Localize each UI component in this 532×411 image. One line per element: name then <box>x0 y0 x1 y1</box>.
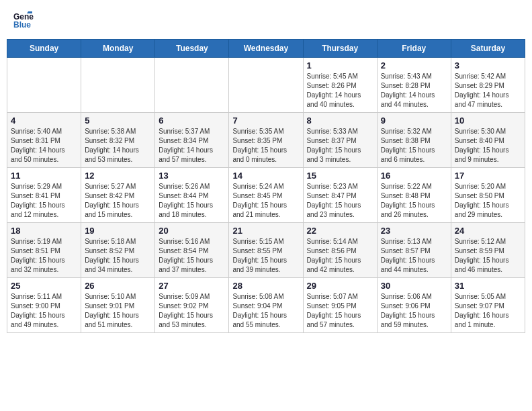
day-number: 13 <box>159 171 225 181</box>
day-number: 28 <box>232 281 299 291</box>
day-number: 4 <box>11 116 77 126</box>
calendar-cell: 25Sunrise: 5:11 AMSunset: 9:00 PMDayligh… <box>7 278 81 333</box>
day-info: Sunrise: 5:45 AMSunset: 8:26 PMDaylight:… <box>307 72 373 109</box>
day-info: Sunrise: 5:15 AMSunset: 8:55 PMDaylight:… <box>232 237 299 275</box>
day-number: 17 <box>455 171 521 181</box>
day-number: 16 <box>381 171 447 181</box>
day-number: 10 <box>455 116 521 126</box>
day-info: Sunrise: 5:22 AMSunset: 8:48 PMDaylight:… <box>381 182 447 220</box>
day-info: Sunrise: 5:24 AMSunset: 8:45 PMDaylight:… <box>232 182 299 220</box>
day-info: Sunrise: 5:35 AMSunset: 8:35 PMDaylight:… <box>232 127 299 165</box>
calendar-cell: 26Sunrise: 5:10 AMSunset: 9:01 PMDayligh… <box>81 278 155 333</box>
calendar-cell: 11Sunrise: 5:29 AMSunset: 8:41 PMDayligh… <box>7 168 81 223</box>
day-number: 7 <box>232 116 299 126</box>
weekday-header-thursday: Thursday <box>303 40 377 58</box>
day-info: Sunrise: 5:13 AMSunset: 8:57 PMDaylight:… <box>381 237 447 275</box>
logo-icon: General Blue <box>13 10 34 30</box>
day-info: Sunrise: 5:06 AMSunset: 9:06 PMDaylight:… <box>381 292 447 330</box>
calendar-cell: 30Sunrise: 5:06 AMSunset: 9:06 PMDayligh… <box>377 278 451 333</box>
calendar-cell: 5Sunrise: 5:38 AMSunset: 8:32 PMDaylight… <box>81 113 155 168</box>
day-info: Sunrise: 5:30 AMSunset: 8:40 PMDaylight:… <box>455 127 521 165</box>
calendar-cell: 24Sunrise: 5:12 AMSunset: 8:59 PMDayligh… <box>451 223 525 278</box>
day-number: 26 <box>85 281 151 291</box>
calendar-cell: 20Sunrise: 5:16 AMSunset: 8:54 PMDayligh… <box>155 223 229 278</box>
calendar-cell: 17Sunrise: 5:20 AMSunset: 8:50 PMDayligh… <box>451 168 525 223</box>
day-info: Sunrise: 5:20 AMSunset: 8:50 PMDaylight:… <box>455 182 521 220</box>
calendar-cell <box>229 58 303 113</box>
day-info: Sunrise: 5:27 AMSunset: 8:42 PMDaylight:… <box>85 182 151 220</box>
day-info: Sunrise: 5:23 AMSunset: 8:47 PMDaylight:… <box>307 182 373 220</box>
day-number: 3 <box>455 60 521 71</box>
calendar-table: SundayMondayTuesdayWednesdayThursdayFrid… <box>7 39 525 333</box>
calendar-cell: 4Sunrise: 5:40 AMSunset: 8:31 PMDaylight… <box>7 113 81 168</box>
calendar-cell: 10Sunrise: 5:30 AMSunset: 8:40 PMDayligh… <box>451 113 525 168</box>
day-info: Sunrise: 5:40 AMSunset: 8:31 PMDaylight:… <box>11 127 77 165</box>
day-number: 11 <box>11 171 77 181</box>
weekday-header-row: SundayMondayTuesdayWednesdayThursdayFrid… <box>7 40 525 58</box>
day-number: 14 <box>232 171 299 181</box>
calendar-cell: 7Sunrise: 5:35 AMSunset: 8:35 PMDaylight… <box>229 113 303 168</box>
day-info: Sunrise: 5:19 AMSunset: 8:51 PMDaylight:… <box>11 237 77 275</box>
day-info: Sunrise: 5:26 AMSunset: 8:44 PMDaylight:… <box>159 182 225 220</box>
day-info: Sunrise: 5:32 AMSunset: 8:38 PMDaylight:… <box>381 127 447 165</box>
day-info: Sunrise: 5:37 AMSunset: 8:34 PMDaylight:… <box>159 127 225 165</box>
calendar-cell: 1Sunrise: 5:45 AMSunset: 8:26 PMDaylight… <box>303 58 377 113</box>
page-header: General Blue <box>7 7 525 34</box>
day-info: Sunrise: 5:29 AMSunset: 8:41 PMDaylight:… <box>11 182 77 220</box>
day-info: Sunrise: 5:38 AMSunset: 8:32 PMDaylight:… <box>85 127 151 165</box>
day-info: Sunrise: 5:42 AMSunset: 8:29 PMDaylight:… <box>455 72 521 109</box>
weekday-header-sunday: Sunday <box>7 40 81 58</box>
calendar-cell: 2Sunrise: 5:43 AMSunset: 8:28 PMDaylight… <box>377 58 451 113</box>
day-number: 1 <box>307 60 373 71</box>
calendar-cell: 18Sunrise: 5:19 AMSunset: 8:51 PMDayligh… <box>7 223 81 278</box>
calendar-cell: 22Sunrise: 5:14 AMSunset: 8:56 PMDayligh… <box>303 223 377 278</box>
day-number: 21 <box>232 226 299 236</box>
day-number: 23 <box>381 226 447 236</box>
weekday-header-saturday: Saturday <box>451 40 525 58</box>
calendar-week-row: 4Sunrise: 5:40 AMSunset: 8:31 PMDaylight… <box>7 113 525 168</box>
calendar-cell: 3Sunrise: 5:42 AMSunset: 8:29 PMDaylight… <box>451 58 525 113</box>
day-number: 30 <box>381 281 447 291</box>
calendar-cell: 31Sunrise: 5:05 AMSunset: 9:07 PMDayligh… <box>451 278 525 333</box>
day-number: 6 <box>159 116 225 126</box>
day-number: 9 <box>381 116 447 126</box>
calendar-week-row: 1Sunrise: 5:45 AMSunset: 8:26 PMDaylight… <box>7 58 525 113</box>
weekday-header-wednesday: Wednesday <box>229 40 303 58</box>
day-number: 5 <box>85 116 151 126</box>
calendar-cell <box>7 58 81 113</box>
day-info: Sunrise: 5:14 AMSunset: 8:56 PMDaylight:… <box>307 237 373 275</box>
day-number: 12 <box>85 171 151 181</box>
day-info: Sunrise: 5:12 AMSunset: 8:59 PMDaylight:… <box>455 237 521 275</box>
calendar-cell: 8Sunrise: 5:33 AMSunset: 8:37 PMDaylight… <box>303 113 377 168</box>
weekday-header-friday: Friday <box>377 40 451 58</box>
calendar-cell: 27Sunrise: 5:09 AMSunset: 9:02 PMDayligh… <box>155 278 229 333</box>
day-number: 25 <box>11 281 77 291</box>
calendar-week-row: 11Sunrise: 5:29 AMSunset: 8:41 PMDayligh… <box>7 168 525 223</box>
day-number: 19 <box>85 226 151 236</box>
day-info: Sunrise: 5:09 AMSunset: 9:02 PMDaylight:… <box>159 292 225 330</box>
calendar-cell: 19Sunrise: 5:18 AMSunset: 8:52 PMDayligh… <box>81 223 155 278</box>
day-info: Sunrise: 5:33 AMSunset: 8:37 PMDaylight:… <box>307 127 373 165</box>
calendar-cell: 12Sunrise: 5:27 AMSunset: 8:42 PMDayligh… <box>81 168 155 223</box>
calendar-cell <box>155 58 229 113</box>
day-info: Sunrise: 5:10 AMSunset: 9:01 PMDaylight:… <box>85 292 151 330</box>
calendar-cell: 14Sunrise: 5:24 AMSunset: 8:45 PMDayligh… <box>229 168 303 223</box>
day-number: 18 <box>11 226 77 236</box>
day-info: Sunrise: 5:07 AMSunset: 9:05 PMDaylight:… <box>307 292 373 330</box>
day-info: Sunrise: 5:18 AMSunset: 8:52 PMDaylight:… <box>85 237 151 275</box>
calendar-week-row: 25Sunrise: 5:11 AMSunset: 9:00 PMDayligh… <box>7 278 525 333</box>
logo: General Blue <box>13 10 36 30</box>
day-number: 8 <box>307 116 373 126</box>
day-info: Sunrise: 5:05 AMSunset: 9:07 PMDaylight:… <box>455 292 521 330</box>
calendar-cell: 29Sunrise: 5:07 AMSunset: 9:05 PMDayligh… <box>303 278 377 333</box>
calendar-cell: 9Sunrise: 5:32 AMSunset: 8:38 PMDaylight… <box>377 113 451 168</box>
day-info: Sunrise: 5:11 AMSunset: 9:00 PMDaylight:… <box>11 292 77 330</box>
calendar-cell: 28Sunrise: 5:08 AMSunset: 9:04 PMDayligh… <box>229 278 303 333</box>
day-number: 22 <box>307 226 373 236</box>
day-number: 29 <box>307 281 373 291</box>
day-number: 2 <box>381 60 447 71</box>
day-info: Sunrise: 5:08 AMSunset: 9:04 PMDaylight:… <box>232 292 299 330</box>
svg-text:Blue: Blue <box>13 20 31 30</box>
calendar-cell: 16Sunrise: 5:22 AMSunset: 8:48 PMDayligh… <box>377 168 451 223</box>
calendar-cell: 15Sunrise: 5:23 AMSunset: 8:47 PMDayligh… <box>303 168 377 223</box>
